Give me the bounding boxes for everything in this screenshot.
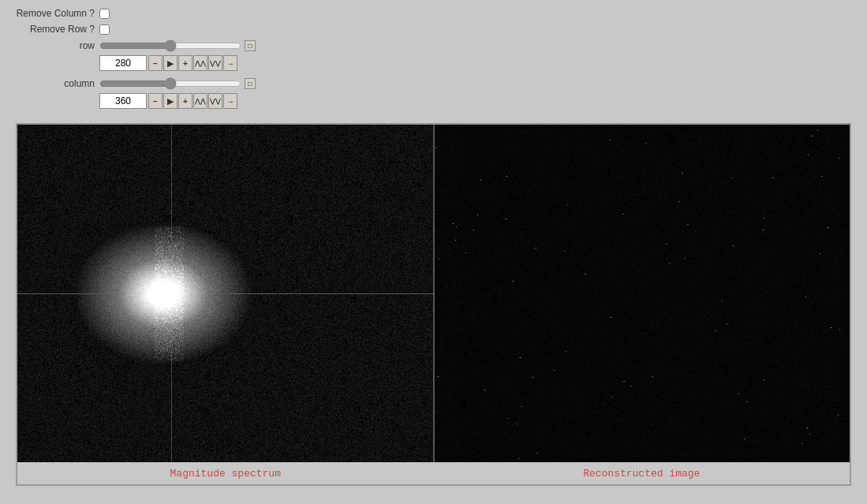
- remove-row-label: Remove Row ?: [16, 24, 95, 35]
- row-slider-container: □: [99, 39, 256, 52]
- row-plus-btn[interactable]: +: [178, 55, 192, 71]
- row-spin-btns: − ▶ + ⋀⋀ ⋁⋁ →: [148, 55, 237, 71]
- image-area: Magnitude spectrum Reconstructed image: [16, 123, 851, 486]
- remove-column-label: Remove Column ?: [16, 8, 95, 19]
- controls-panel: Remove Column ? Remove Row ? row □ 280 −…: [0, 0, 867, 123]
- image-labels-row: Magnitude spectrum Reconstructed image: [17, 462, 850, 484]
- column-slider-end[interactable]: □: [245, 78, 256, 89]
- column-slider-container: □: [99, 77, 256, 90]
- reconstructed-image-panel: [435, 125, 850, 462]
- row-slider-label: row: [16, 40, 95, 51]
- column-double-up-btn[interactable]: ⋀⋀: [193, 93, 207, 109]
- column-arrow-btn[interactable]: →: [223, 93, 237, 109]
- column-double-down-btn[interactable]: ⋁⋁: [208, 93, 222, 109]
- row-play-btn[interactable]: ▶: [163, 55, 178, 71]
- column-slider-label: column: [16, 78, 95, 89]
- row-double-down-btn[interactable]: ⋁⋁: [208, 55, 222, 71]
- column-slider-row: column □: [16, 77, 851, 90]
- row-value-input[interactable]: 280: [99, 55, 147, 71]
- main-container: + Remove Column ? Remove Row ? row □ 280…: [0, 0, 867, 504]
- remove-column-checkbox[interactable]: [99, 9, 110, 19]
- magnitude-spectrum-panel: [17, 125, 433, 462]
- column-value-row: 360 − ▶ + ⋀⋀ ⋁⋁ →: [99, 93, 851, 109]
- row-slider-end[interactable]: □: [245, 40, 256, 51]
- row-slider-row: row □: [16, 39, 851, 52]
- remove-row-row: Remove Row ?: [16, 24, 851, 35]
- magnitude-spectrum-canvas: [17, 125, 433, 462]
- remove-column-row: Remove Column ?: [16, 8, 851, 19]
- row-slider[interactable]: [99, 39, 241, 52]
- magnitude-spectrum-label: Magnitude spectrum: [17, 462, 434, 484]
- column-value-input[interactable]: 360: [99, 93, 147, 109]
- remove-row-checkbox[interactable]: [99, 24, 110, 35]
- row-minus-btn[interactable]: −: [148, 55, 163, 71]
- images-row: [17, 125, 850, 462]
- row-value-row: 280 − ▶ + ⋀⋀ ⋁⋁ →: [99, 55, 851, 71]
- column-plus-btn[interactable]: +: [178, 93, 192, 109]
- column-spin-btns: − ▶ + ⋀⋀ ⋁⋁ →: [148, 93, 237, 109]
- column-play-btn[interactable]: ▶: [163, 93, 178, 109]
- row-double-up-btn[interactable]: ⋀⋀: [193, 55, 207, 71]
- column-minus-btn[interactable]: −: [148, 93, 163, 109]
- reconstructed-image-canvas: [435, 125, 850, 462]
- row-arrow-btn[interactable]: →: [223, 55, 237, 71]
- column-slider[interactable]: [99, 77, 241, 90]
- reconstructed-image-label: Reconstructed image: [434, 462, 850, 484]
